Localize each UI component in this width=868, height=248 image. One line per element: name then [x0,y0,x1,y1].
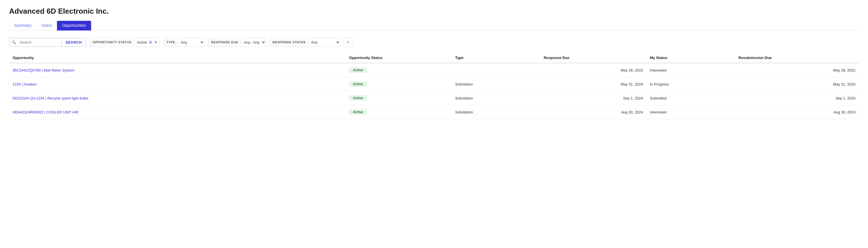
cell-opportunity: HD443324R00002 | COOLER UNIT AIR [9,105,345,119]
status-badge: Active [349,81,367,87]
opportunity-status-text: Active [137,40,147,45]
status-badge: Active [349,109,367,115]
response-due-select[interactable]: Any - Any [242,38,266,47]
type-label: TYPE [163,38,178,46]
cell-my-status: Interested [646,63,735,77]
cell-type: Solicitation [452,105,540,119]
cell-opportunity: DOS2024-Q3-1234 | Recycle spent light bu… [9,91,345,105]
cell-opportunity-status: Active [345,77,452,91]
col-header-opportunity-status: Opportunity Status [345,53,452,63]
cell-opportunity: 36C24422Q0780 | Mail Meter System [9,63,345,77]
tab-summary[interactable]: Summary [9,21,36,30]
cell-resubmission-due: Sep 1, 2024 [735,91,859,105]
cell-opportunity-status: Active [345,63,452,77]
cell-response-due: May 31, 2024 [540,77,646,91]
col-header-type: Type [452,53,540,63]
table-row: 36C24422Q0780 | Mail Meter System Active… [9,63,859,77]
filters-bar: 🔍 SEARCH OPPORTUNITY STATUS Active ⊗ ▼ T… [9,37,859,47]
response-status-filter: RESPONSE STATUS Any Interested In Progre… [270,38,340,47]
opportunity-link[interactable]: 1234 | Aviation [12,82,37,86]
cell-response-due: Sep 1, 2024 [540,91,646,105]
opportunity-link[interactable]: HD443324R00002 | COOLER UNIT AIR [12,110,78,114]
cell-opportunity-status: Active [345,91,452,105]
cell-type: Solicitation [452,91,540,105]
cell-my-status: Submitted [646,91,735,105]
opportunity-status-label: OPPORTUNITY STATUS [90,38,135,46]
opportunities-table: Opportunity Opportunity Status Type Resp… [9,53,859,119]
cell-resubmission-due: May 31, 2024 [735,77,859,91]
type-select[interactable]: Any Solicitation Grant Contract [178,38,204,47]
opportunity-link[interactable]: 36C24422Q0780 | Mail Meter System [12,68,74,73]
cell-opportunity-status: Active [345,105,452,119]
tab-opportunities[interactable]: Opportunities [57,21,91,30]
opportunity-link[interactable]: DOS2024-Q3-1234 | Recycle spent light bu… [12,96,88,100]
col-header-response-due: Response Due [540,53,646,63]
advanced-filter-button[interactable]: ▿ [344,37,352,47]
response-status-label: RESPONSE STATUS [270,38,309,46]
search-input[interactable] [19,38,61,47]
cell-my-status: In Progress [646,77,735,91]
filter-icon: ▿ [347,39,349,45]
type-filter: TYPE Any Solicitation Grant Contract [163,38,205,47]
opportunity-status-clear-icon[interactable]: ⊗ [149,39,152,45]
table-row: DOS2024-Q3-1234 | Recycle spent light bu… [9,91,859,105]
cell-response-due: May 28, 2022 [540,63,646,77]
opportunity-status-chevron-icon[interactable]: ▼ [154,40,157,44]
cell-resubmission-due: May 28, 2022 [735,63,859,77]
search-group: 🔍 SEARCH [9,38,86,47]
status-badge: Active [349,67,367,73]
opportunity-status-filter: OPPORTUNITY STATUS Active ⊗ ▼ [89,37,160,47]
cell-opportunity: 1234 | Aviation [9,77,345,91]
status-badge: Active [349,95,367,101]
opportunity-status-value: Active ⊗ ▼ [135,38,159,47]
cell-type [452,63,540,77]
response-status-select[interactable]: Any Interested In Progress Submitted Not… [309,38,340,47]
col-header-opportunity: Opportunity [9,53,345,63]
page-title: Advanced 6D Electronic Inc. [9,7,859,16]
tabs-bar: Summary Users Opportunities [9,21,859,30]
col-header-my-status: My Status [646,53,735,63]
search-icon: 🔍 [9,40,19,45]
response-due-filter: RESPONSE DUE Any - Any [208,38,266,47]
table-row: 1234 | Aviation Active Solicitation May … [9,77,859,91]
cell-resubmission-due: Aug 30, 2024 [735,105,859,119]
cell-type: Solicitation [452,77,540,91]
col-header-resubmission-due: Resubmission Due [735,53,859,63]
cell-my-status: Interested [646,105,735,119]
table-row: HD443324R00002 | COOLER UNIT AIR Active … [9,105,859,119]
tab-users[interactable]: Users [36,21,57,30]
search-button[interactable]: SEARCH [61,38,86,47]
cell-response-due: Aug 30, 2024 [540,105,646,119]
response-due-label: RESPONSE DUE [208,38,241,46]
